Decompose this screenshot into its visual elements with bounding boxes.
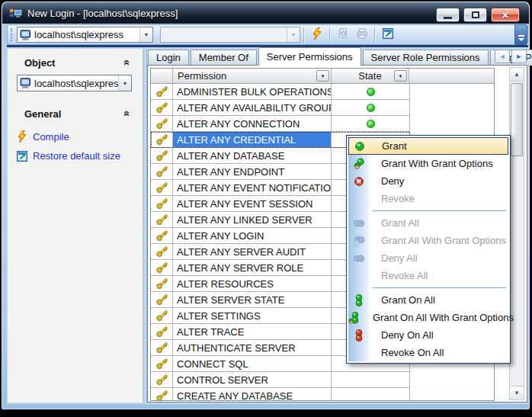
table-row[interactable]: ALTER ANY AVAILABILITY GROUP bbox=[151, 100, 410, 116]
permission-cell[interactable]: ALTER TRACE bbox=[173, 324, 332, 340]
sidebar-link-restore-default-size[interactable]: Restore default size bbox=[8, 146, 143, 165]
permission-cell[interactable]: ADMINISTER BULK OPERATIONS bbox=[173, 84, 332, 100]
compile-button[interactable] bbox=[307, 26, 326, 43]
general-section-header[interactable]: General « bbox=[8, 107, 143, 120]
row-icon-cell bbox=[151, 292, 173, 308]
server-combobox[interactable]: localhost\sqlexpress ▼ bbox=[17, 27, 153, 43]
permission-cell[interactable]: AUTHENTICATE SERVER bbox=[173, 340, 332, 356]
tab-login[interactable]: Login bbox=[148, 50, 189, 66]
key-icon bbox=[155, 197, 168, 210]
permission-cell[interactable]: CREATE ANY DATABASE bbox=[173, 388, 332, 401]
permission-cell[interactable]: ALTER ANY LINKED SERVER bbox=[173, 212, 332, 228]
menu-item-grant-with-grant-options[interactable]: Grant With Grant Options bbox=[348, 155, 508, 172]
scroll-up-button[interactable]: ▲ bbox=[510, 68, 524, 82]
row-icon-cell bbox=[151, 116, 173, 132]
key-icon bbox=[155, 213, 168, 226]
chevron-down-icon[interactable]: ▼ bbox=[118, 75, 131, 91]
collapse-chevron-icon[interactable]: « bbox=[121, 59, 133, 66]
permission-column-header[interactable]: Permission ▼ bbox=[173, 69, 332, 83]
menu-item-grant-all: Grant All bbox=[348, 214, 508, 232]
permission-cell[interactable]: ALTER RESOURCES bbox=[173, 276, 332, 292]
green-dot-icon bbox=[367, 104, 375, 112]
restore-default-size-button[interactable] bbox=[378, 26, 397, 43]
vertical-scrollbar[interactable]: ▲ ▼ bbox=[509, 67, 524, 400]
menu-item-deny-on-all[interactable]: Deny On All bbox=[348, 326, 508, 344]
state-cell[interactable] bbox=[332, 84, 410, 100]
table-row[interactable]: ALTER ANY CONNECTION bbox=[151, 116, 410, 132]
object-combobox[interactable]: localhost\sqlexpress ▼ bbox=[17, 75, 132, 91]
tab-server-permissions[interactable]: Server Permissions bbox=[258, 47, 361, 66]
menu-item-grant[interactable]: Grant bbox=[348, 137, 508, 155]
object-section-header[interactable]: Object « bbox=[8, 56, 143, 69]
refresh-button bbox=[333, 26, 352, 43]
chevron-down-icon[interactable]: ▼ bbox=[139, 27, 152, 42]
menu-item-revoke: Revoke bbox=[348, 190, 508, 207]
row-icon-cell bbox=[151, 180, 173, 196]
permission-context-menu: GrantGrant With Grant OptionsDenyRevokeG… bbox=[346, 135, 511, 364]
state-cell[interactable] bbox=[332, 372, 410, 388]
grant-with-options-icon bbox=[353, 158, 365, 170]
menu-item-revoke-all: Revoke All bbox=[348, 267, 508, 284]
chevron-down-icon[interactable]: ▼ bbox=[287, 27, 300, 42]
key-icon bbox=[155, 374, 168, 386]
menu-separator bbox=[373, 287, 506, 288]
permission-cell[interactable]: ALTER ANY EVENT NOTIFICATION bbox=[173, 180, 332, 196]
computer-icon bbox=[20, 78, 32, 88]
tab-server-role-permissions[interactable]: Server Role Permissions bbox=[363, 50, 489, 66]
menu-item-deny[interactable]: Deny bbox=[348, 172, 508, 190]
permission-cell[interactable]: ALTER ANY CONNECTION bbox=[173, 116, 332, 132]
toolbar-overflow-button[interactable] bbox=[514, 24, 527, 45]
menu-separator bbox=[373, 210, 506, 211]
key-icon bbox=[155, 229, 168, 242]
table-row[interactable]: ADMINISTER BULK OPERATIONS bbox=[151, 84, 410, 100]
state-cell[interactable] bbox=[332, 388, 410, 401]
key-icon bbox=[155, 101, 168, 114]
key-icon bbox=[155, 133, 168, 146]
tab-scroll-left-button[interactable]: ◄ bbox=[495, 50, 510, 63]
maximize-button[interactable] bbox=[463, 8, 487, 22]
minimize-button[interactable] bbox=[436, 8, 460, 22]
toolbar-separator bbox=[303, 27, 304, 43]
scrollbar-thumb[interactable] bbox=[511, 83, 523, 156]
secondary-combobox[interactable]: ▼ bbox=[160, 27, 300, 43]
refresh-icon bbox=[337, 27, 349, 42]
tab-member-of[interactable]: Member Of bbox=[191, 50, 257, 66]
sidebar-link-compile[interactable]: Compile bbox=[8, 127, 143, 146]
permission-cell[interactable]: ALTER ANY SERVER ROLE bbox=[173, 260, 332, 276]
menu-item-grant-on-all-with-grant-options[interactable]: Grant On All With Grant Options bbox=[348, 309, 508, 326]
titlebar[interactable]: New Login - [localhost\sqlexpress] × bbox=[2, 2, 529, 24]
collapse-chevron-icon[interactable]: « bbox=[121, 111, 133, 117]
permission-cell[interactable]: ALTER SERVER STATE bbox=[173, 292, 332, 308]
permission-cell[interactable]: ALTER ANY AVAILABILITY GROUP bbox=[173, 100, 332, 116]
table-row[interactable]: CONTROL SERVER bbox=[151, 372, 410, 388]
menu-item-grant-on-all[interactable]: Grant On All bbox=[348, 291, 508, 309]
permission-cell[interactable]: ALTER ANY EVENT SESSION bbox=[173, 196, 332, 212]
state-column-header[interactable]: State ▼ bbox=[332, 69, 409, 83]
header-filler bbox=[409, 69, 494, 83]
permission-cell[interactable]: ALTER ANY LOGIN bbox=[173, 228, 332, 244]
menu-item-revoke-on-all[interactable]: Revoke On All bbox=[348, 344, 508, 361]
toolbar-grip[interactable] bbox=[11, 28, 13, 41]
state-filter-button[interactable]: ▼ bbox=[394, 70, 407, 82]
permission-filter-button[interactable]: ▼ bbox=[316, 70, 329, 82]
tab-scroll-right-button[interactable]: ► bbox=[511, 50, 527, 63]
key-icon bbox=[155, 310, 168, 322]
permission-cell[interactable]: CONTROL SERVER bbox=[173, 372, 332, 388]
row-icon-cell bbox=[151, 100, 173, 116]
table-row[interactable]: CREATE ANY DATABASE bbox=[151, 388, 410, 401]
deny-icon bbox=[353, 175, 365, 188]
permission-cell[interactable]: ALTER ANY ENDPOINT bbox=[173, 164, 332, 180]
permission-cell[interactable]: ALTER ANY CREDENTIAL bbox=[173, 132, 332, 148]
state-cell[interactable] bbox=[332, 116, 410, 132]
row-icon-cell bbox=[151, 356, 173, 372]
state-cell[interactable] bbox=[332, 100, 410, 116]
close-button[interactable]: × bbox=[491, 8, 520, 22]
server-combobox-value: localhost\sqlexpress bbox=[34, 29, 139, 40]
grant-icon bbox=[354, 140, 366, 152]
permission-cell[interactable]: ALTER ANY DATABASE bbox=[173, 148, 332, 164]
permission-cell[interactable]: ALTER SETTINGS bbox=[173, 308, 332, 324]
permission-cell[interactable]: CONNECT SQL bbox=[173, 356, 332, 372]
permission-cell[interactable]: ALTER ANY SERVER AUDIT bbox=[173, 244, 332, 260]
scroll-down-button[interactable]: ▼ bbox=[510, 386, 524, 399]
green-dot-icon bbox=[367, 88, 375, 96]
